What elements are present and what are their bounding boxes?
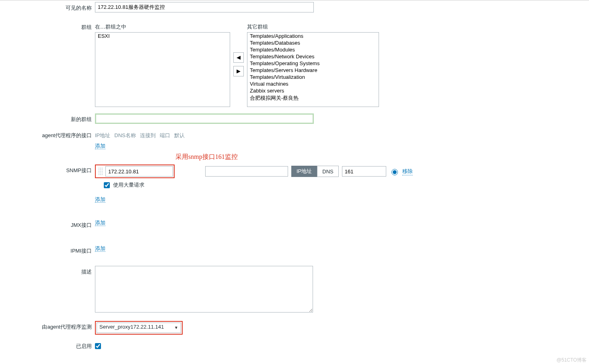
field-description [95,266,313,314]
field-enabled [95,340,101,349]
label-ipmi-interface: IPMI接口 [0,245,95,255]
label-enabled: 已启用 [0,340,95,350]
label-jmx-interface: JMX接口 [0,219,95,229]
snmp-ip-input[interactable] [105,166,173,177]
snmp-port-input[interactable] [342,166,386,177]
proxy-highlight: Server_proxy172.22.11.141 [95,321,183,335]
label-snmp-interface: SNMP接口 [0,165,95,174]
new-group-input[interactable] [95,113,314,124]
triangle-right-icon: ▶ [237,68,241,74]
label-groups: 群组 [0,21,95,31]
row-new-group: 新的群组 [0,113,589,124]
row-jmx-interface: JMX接口 添加 [0,219,589,229]
field-proxy: Server_proxy172.22.11.141 [95,321,183,335]
visible-name-input[interactable] [95,2,314,12]
label-in-groups: 在…群组之中 [95,21,230,31]
col-connect: 连接到 [140,132,156,139]
list-item[interactable]: Virtual machines [247,80,379,87]
field-ipmi-interface: 添加 [95,245,105,252]
list-item[interactable]: Templates/Operating Systems [247,60,379,67]
move-left-button[interactable]: ◀ [233,52,244,63]
snmp-bulk-checkbox[interactable] [104,182,110,188]
list-item[interactable]: 合肥模拟网关-蔡良热 [247,94,379,102]
row-proxy: 由agent代理程序监测 Server_proxy172.22.11.141 [0,321,589,335]
list-item[interactable]: Templates/Servers Hardware [247,67,379,74]
row-snmp-interface: SNMP接口 IP地址 DNS 移除 使用大 [0,165,589,203]
listbox-in-groups[interactable]: ESXI [95,32,230,107]
snmp-connect-toggle: IP地址 DNS [291,166,339,177]
list-item[interactable]: Templates/Virtualization [247,74,379,80]
label-agent-interface: agent代理程序的接口 [0,130,95,139]
list-item[interactable]: Templates/Applications [247,33,379,39]
snmp-remove-link[interactable]: 移除 [402,168,413,175]
field-jmx-interface: 添加 [95,219,105,226]
snmp-dns-input[interactable] [205,166,288,177]
annotation-snmp: 采用snmp接口161监控 [175,153,238,161]
proxy-select[interactable]: Server_proxy172.22.11.141 [97,323,181,333]
watermark: @51CTO博客 [556,357,587,364]
label-new-group: 新的群组 [0,113,95,123]
connect-ip-button[interactable]: IP地址 [291,166,317,177]
snmp-default-radio[interactable] [391,169,398,175]
row-groups: 群组 在…群组之中 ESXI ◀ ▶ 其它群组 Templates/Applic… [0,21,589,107]
snmp-add-link[interactable]: 添加 [95,196,105,203]
description-textarea[interactable] [95,266,313,313]
row-visible-name: 可见的名称 [0,2,589,12]
agent-add-link[interactable]: 添加 [95,143,105,149]
col-ip: IP地址 [95,132,110,139]
col-port: 端口 [160,132,170,139]
groups-container: 在…群组之中 ESXI ◀ ▶ 其它群组 Templates/Applicati… [95,21,379,107]
field-new-group [95,113,314,124]
groups-in-col: 在…群组之中 ESXI [95,21,230,107]
snmp-bulk-text: 使用大量请求 [113,182,144,188]
label-proxy: 由agent代理程序监测 [0,321,95,331]
field-agent-interface: IP地址 DNS名称 连接到 端口 默认 添加 采用snmp接口161监控 [95,130,238,161]
list-item[interactable]: Templates/Network Devices [247,53,379,60]
triangle-left-icon: ◀ [237,54,241,60]
label-visible-name: 可见的名称 [0,2,95,12]
groups-move-buttons: ◀ ▶ [230,52,247,76]
move-right-button[interactable]: ▶ [233,66,244,76]
row-ipmi-interface: IPMI接口 添加 [0,245,589,255]
page-root: 可见的名称 群组 在…群组之中 ESXI ◀ ▶ 其它群组 Templates/… [0,0,589,364]
list-item[interactable]: Templates/Modules [247,46,379,53]
jmx-add-link[interactable]: 添加 [95,220,105,226]
label-other-groups: 其它群组 [247,21,379,31]
label-description: 描述 [0,266,95,276]
listbox-other-groups[interactable]: Templates/Applications Templates/Databas… [247,32,379,107]
field-visible-name [95,2,314,12]
list-item[interactable]: Zabbix servers [247,87,379,94]
drag-handle-icon[interactable] [98,167,103,175]
field-snmp-interface: IP地址 DNS 移除 使用大量请求 添加 [95,165,413,203]
col-default: 默认 [174,132,185,139]
ipmi-add-link[interactable]: 添加 [95,245,105,252]
enabled-checkbox[interactable] [95,343,101,349]
list-item[interactable]: ESXI [95,33,230,39]
proxy-selected-value: Server_proxy172.22.11.141 [99,324,164,330]
row-agent-interface: agent代理程序的接口 IP地址 DNS名称 连接到 端口 默认 添加 采用s… [0,130,589,161]
connect-dns-button[interactable]: DNS [317,166,338,177]
col-dns: DNS名称 [114,132,136,139]
snmp-ip-highlight [95,165,175,178]
row-description: 描述 [0,266,589,314]
snmp-bulk-row: 使用大量请求 [104,181,413,189]
row-enabled: 已启用 [0,340,589,350]
list-item[interactable]: Templates/Databases [247,39,379,46]
groups-other-col: 其它群组 Templates/Applications Templates/Da… [247,21,379,107]
snmp-entry: IP地址 DNS 移除 [95,165,413,178]
agent-interface-columns: IP地址 DNS名称 连接到 端口 默认 [95,130,238,139]
snmp-bulk-label[interactable]: 使用大量请求 [104,182,144,188]
